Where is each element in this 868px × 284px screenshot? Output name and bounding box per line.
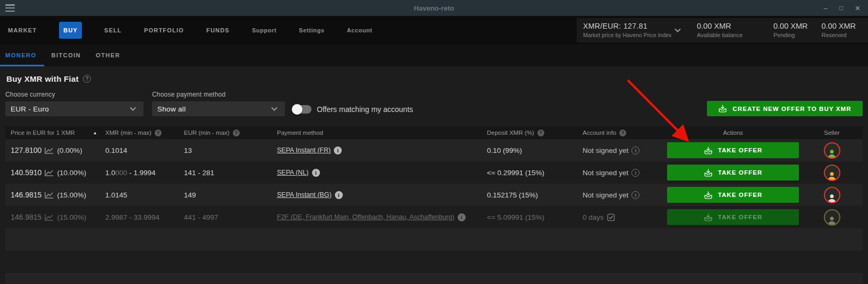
available-balance-value: 0.00 XMR [697, 22, 743, 30]
seller-avatar[interactable] [824, 165, 840, 181]
offer-price-deviation: (10.00%) [57, 169, 86, 177]
xmr-amount: 1.0 [105, 169, 115, 177]
payment-method-link[interactable]: SEPA Instant (BG) [277, 191, 332, 199]
take-offer-button[interactable]: TAKE OFFER [667, 165, 799, 180]
offer-deposit: 0.152175 (15%) [487, 191, 583, 199]
chevron-down-icon [130, 107, 136, 111]
help-icon[interactable]: ? [619, 130, 626, 136]
nav-account[interactable]: Account [347, 27, 372, 33]
payment-method-link[interactable]: SEPA Instant (FR) [277, 147, 331, 154]
chevron-down-icon [271, 107, 277, 111]
offer-eur-range: 441 - 4997 [184, 213, 277, 221]
xmr-amount: 2.9987 - 33.9994 [105, 213, 159, 221]
xmr-amount-trailing: 000 [115, 169, 128, 177]
header-eur-label: EUR (min - max) [184, 130, 230, 136]
matching-accounts-label: Offers matching my accounts [317, 105, 413, 114]
maximize-button[interactable]: □ [839, 5, 843, 12]
seller-avatar[interactable] [824, 142, 840, 159]
market-price-panel: XMR/EUR: 127.81 Market price by Haveno P… [577, 18, 868, 42]
help-icon[interactable]: ? [155, 130, 162, 136]
currency-filter-label: Choose currency [5, 91, 144, 98]
offer-price: 127.8100 [11, 146, 41, 154]
xmr-amount-max: - 1.9994 [127, 169, 155, 177]
price-chart-icon[interactable] [45, 147, 54, 154]
chevron-down-icon[interactable] [675, 28, 681, 32]
header-xmr-range[interactable]: XMR (min - max) ? [105, 130, 184, 136]
take-offer-button[interactable]: TAKE OFFER [667, 187, 799, 203]
nav-settings[interactable]: Settings [299, 27, 324, 33]
close-button[interactable]: ✕ [855, 5, 861, 12]
account-info-text: Not signed yet [583, 147, 628, 154]
alert-circle-icon[interactable]: ! [631, 147, 639, 154]
empty-table-row [5, 228, 863, 251]
minimize-button[interactable]: – [824, 5, 828, 12]
tab-other[interactable]: OTHER [88, 44, 128, 66]
title-bar: Haveno-reto – □ ✕ [0, 0, 868, 16]
header-payment-method[interactable]: Payment method [277, 130, 487, 136]
reserved-balance-label: Reserved [822, 32, 856, 38]
offer-row[interactable]: 146.9815 (15.00%) 1.0145 149 SEPA Instan… [5, 184, 863, 206]
payment-method-select[interactable]: Show all [152, 101, 285, 116]
hamburger-menu-icon[interactable] [5, 4, 15, 12]
help-icon[interactable]: ? [537, 130, 544, 136]
take-offer-button-disabled[interactable]: TAKE OFFER [667, 209, 799, 225]
pending-balance-label: Pending [773, 32, 807, 38]
nav-funds[interactable]: FUNDS [206, 27, 230, 33]
currency-select[interactable]: EUR - Euro [5, 101, 144, 116]
offer-eur-range: 13 [184, 147, 277, 154]
info-icon[interactable]: i [458, 213, 466, 221]
reserved-balance-value: 0.00 XMR [822, 22, 856, 30]
seller-avatar[interactable] [824, 187, 840, 203]
offer-row[interactable]: 140.5910 (10.00%) 1.0000 - 1.9994 141 - … [5, 161, 863, 184]
nav-buy[interactable]: BUY [59, 22, 82, 39]
nav-portfolio[interactable]: PORTFOLIO [144, 27, 184, 33]
available-balance-label: Available balance [697, 32, 743, 38]
nav-market[interactable]: MARKET [8, 27, 37, 33]
xmr-amount: 0.1014 [105, 147, 127, 154]
offer-row[interactable]: 127.8100 (0.00%) 0.1014 13 SEPA Instant … [5, 139, 863, 161]
tray-arrow-down-icon [704, 213, 713, 222]
price-chart-icon[interactable] [45, 169, 54, 176]
offer-eur-range: 141 - 281 [184, 169, 277, 177]
empty-table-row [5, 273, 863, 284]
matching-accounts-toggle[interactable] [292, 105, 311, 114]
info-icon[interactable]: i [335, 191, 343, 199]
payment-method-link[interactable]: SEPA (NL) [277, 169, 309, 176]
alert-circle-icon[interactable]: ! [631, 191, 639, 199]
offer-row-disabled[interactable]: 146.9815 (15.00%) 2.9987 - 33.9994 441 -… [5, 206, 863, 228]
price-chart-icon[interactable] [45, 192, 54, 199]
alert-circle-icon[interactable]: ! [631, 169, 639, 177]
tray-arrow-down-icon [704, 168, 713, 177]
offer-deposit: <= 5.09991 (15%) [487, 213, 583, 221]
seller-avatar[interactable] [824, 209, 840, 226]
info-icon[interactable]: i [312, 169, 320, 177]
tab-bitcoin[interactable]: BITCOIN [44, 44, 89, 66]
header-account-info[interactable]: Account info ? [583, 130, 665, 136]
header-eur-range[interactable]: EUR (min - max) ? [184, 130, 277, 136]
header-deposit[interactable]: Deposit XMR (%) ? [487, 130, 583, 136]
help-icon[interactable]: ? [233, 130, 240, 136]
asset-subtabs: MONERO BITCOIN OTHER [0, 44, 868, 66]
take-offer-button[interactable]: TAKE OFFER [667, 142, 799, 158]
market-price-source: Market price by Haveno Price Index [583, 32, 672, 38]
available-balance: 0.00 XMR Available balance [697, 22, 743, 38]
person-icon [827, 193, 837, 203]
empty-table-row [5, 251, 863, 273]
price-chart-icon[interactable] [45, 214, 54, 221]
person-icon [827, 215, 837, 226]
page-help-icon[interactable]: ? [83, 75, 91, 83]
nav-sell[interactable]: SELL [104, 27, 122, 33]
info-icon[interactable]: i [334, 147, 342, 154]
header-price-label: Price in EUR for 1 XMR [11, 130, 75, 136]
person-icon [827, 170, 837, 181]
market-price-selector[interactable]: XMR/EUR: 127.81 Market price by Haveno P… [583, 22, 672, 38]
payment-filter-label: Choose payment method [152, 91, 285, 98]
currency-select-value: EUR - Euro [11, 105, 49, 113]
window-title: Haveno-reto [0, 4, 868, 12]
offer-book-table: Price in EUR for 1 XMR ▲ XMR (min - max)… [5, 126, 863, 284]
tab-monero[interactable]: MONERO [0, 44, 44, 66]
nav-support[interactable]: Support [252, 27, 276, 33]
payment-method-link[interactable]: F2F (DE, Frankfurt Main, Offenbach, Hana… [277, 213, 454, 221]
header-price[interactable]: Price in EUR for 1 XMR ▲ [5, 130, 105, 136]
create-offer-button[interactable]: CREATE NEW OFFER TO BUY XMR [707, 101, 863, 116]
